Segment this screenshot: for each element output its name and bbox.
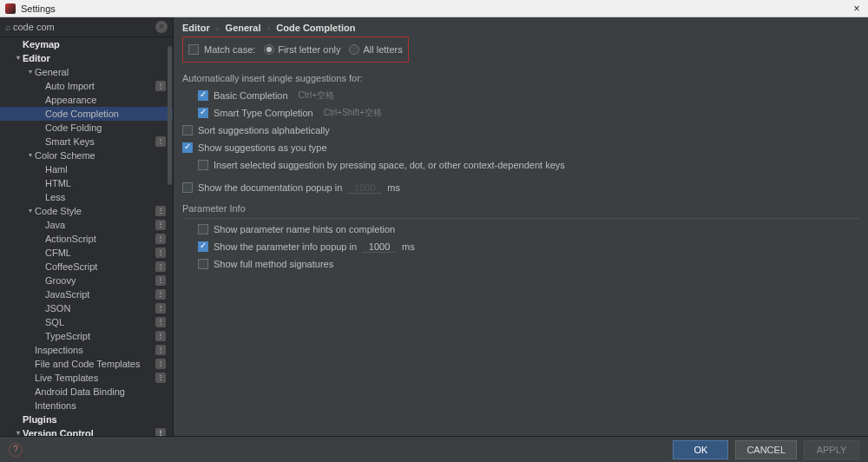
config-scope-icon: ⋮ bbox=[155, 220, 166, 230]
cancel-button[interactable]: CANCEL bbox=[735, 440, 797, 459]
sidebar-item-inspections[interactable]: Inspections⋮ bbox=[0, 343, 173, 357]
sidebar-item-html[interactable]: HTML bbox=[0, 176, 173, 190]
sidebar-item-label: Groovy bbox=[45, 274, 155, 287]
search-icon: ⌕ bbox=[5, 22, 11, 32]
window-titlebar: Settings × bbox=[0, 0, 868, 17]
sidebar-item-label: Editor bbox=[23, 51, 166, 65]
apply-button[interactable]: APPLY bbox=[804, 440, 859, 459]
sidebar-item-actionscript[interactable]: ActionScript⋮ bbox=[0, 232, 173, 246]
config-scope-icon: ⋮ bbox=[155, 261, 166, 272]
doc-popup-input[interactable] bbox=[347, 182, 382, 194]
crumb-code-completion: Code Completion bbox=[276, 23, 355, 33]
chevron-icon: ▾ bbox=[14, 426, 23, 436]
sidebar-item-android-data-binding[interactable]: Android Data Binding bbox=[0, 385, 173, 399]
sidebar-item-appearance[interactable]: Appearance bbox=[0, 93, 173, 107]
tree-scrollbar[interactable] bbox=[168, 46, 172, 185]
crumb-general[interactable]: General bbox=[226, 23, 261, 33]
sidebar-item-label: General bbox=[35, 65, 166, 79]
config-scope-icon: ⋮ bbox=[155, 359, 166, 369]
basic-completion-checkbox[interactable] bbox=[198, 90, 208, 101]
sidebar-item-smart-keys[interactable]: Smart Keys⋮ bbox=[0, 135, 173, 148]
chevron-icon: ▾ bbox=[26, 148, 35, 162]
first-letter-radio[interactable] bbox=[264, 44, 274, 55]
dialog-footer: ? OK CANCEL APPLY bbox=[0, 436, 868, 462]
sidebar-item-plugins[interactable]: Plugins bbox=[0, 412, 173, 426]
show-typing-checkbox[interactable] bbox=[182, 142, 193, 153]
config-scope-icon: ⋮ bbox=[155, 234, 166, 244]
sidebar-item-javascript[interactable]: JavaScript⋮ bbox=[0, 287, 173, 301]
sidebar-item-coffeescript[interactable]: CoffeeScript⋮ bbox=[0, 260, 173, 274]
param-popup-ms: ms bbox=[402, 241, 415, 252]
param-popup-label: Show the parameter info popup in bbox=[214, 241, 357, 252]
window-title: Settings bbox=[21, 3, 851, 14]
sidebar-item-cfml[interactable]: CFML⋮ bbox=[0, 246, 173, 260]
sidebar-item-sql[interactable]: SQL⋮ bbox=[0, 315, 173, 329]
sidebar-item-auto-import[interactable]: Auto Import⋮ bbox=[0, 79, 173, 93]
config-scope-icon: ⋮ bbox=[155, 373, 166, 383]
sidebar-item-code-style[interactable]: ▾Code Style⋮ bbox=[0, 204, 173, 218]
sidebar-item-typescript[interactable]: TypeScript⋮ bbox=[0, 329, 173, 343]
sidebar-item-label: HTML bbox=[45, 176, 166, 190]
match-case-checkbox[interactable] bbox=[188, 44, 199, 55]
sidebar-item-code-folding[interactable]: Code Folding bbox=[0, 121, 173, 135]
sidebar-item-code-completion[interactable]: Code Completion bbox=[0, 107, 173, 121]
sidebar-item-label: JavaScript bbox=[45, 287, 155, 301]
search-wrap: ⌕ × bbox=[0, 17, 173, 37]
match-case-highlight: Match case: First letter only All letter… bbox=[182, 36, 409, 63]
config-scope-icon: ⋮ bbox=[155, 331, 166, 341]
insert-selected-checkbox[interactable] bbox=[198, 160, 208, 170]
sidebar-item-label: Version Control bbox=[23, 426, 155, 436]
crumb-editor[interactable]: Editor bbox=[182, 23, 210, 33]
doc-popup-ms: ms bbox=[387, 182, 400, 193]
insert-selected-label: Insert selected suggestion by pressing s… bbox=[214, 160, 565, 170]
chevron-icon: ▾ bbox=[26, 204, 35, 218]
sidebar-item-label: Inspections bbox=[35, 343, 155, 357]
help-button[interactable]: ? bbox=[9, 443, 23, 457]
chevron-icon: ▾ bbox=[14, 51, 23, 65]
sidebar-item-intentions[interactable]: Intentions bbox=[0, 399, 173, 412]
sidebar-item-label: CoffeeScript bbox=[45, 260, 155, 274]
sidebar-item-color-scheme[interactable]: ▾Color Scheme bbox=[0, 148, 173, 162]
sort-alpha-label: Sort suggestions alphabetically bbox=[198, 125, 330, 135]
settings-tree[interactable]: Keymap▾Editor▾GeneralAuto Import⋮Appeara… bbox=[0, 37, 173, 436]
sidebar-item-file-and-code-templates[interactable]: File and Code Templates⋮ bbox=[0, 357, 173, 371]
sidebar-item-keymap[interactable]: Keymap bbox=[0, 37, 173, 51]
sidebar-item-label: Code Folding bbox=[45, 121, 166, 135]
sidebar-item-editor[interactable]: ▾Editor bbox=[0, 51, 173, 65]
sidebar-item-label: Smart Keys bbox=[45, 135, 155, 148]
sort-alpha-checkbox[interactable] bbox=[182, 125, 193, 135]
param-popup-input[interactable] bbox=[362, 241, 397, 253]
sidebar-item-label: Auto Import bbox=[45, 79, 155, 93]
config-scope-icon: ⋮ bbox=[155, 136, 166, 147]
search-input[interactable] bbox=[13, 22, 155, 32]
sidebar-item-label: TypeScript bbox=[45, 329, 155, 343]
config-scope-icon: ⋮ bbox=[155, 428, 166, 436]
param-popup-checkbox[interactable] bbox=[198, 241, 208, 252]
all-letters-label: All letters bbox=[363, 44, 402, 55]
config-scope-icon: ⋮ bbox=[155, 248, 166, 258]
basic-completion-label: Basic Completion bbox=[214, 90, 288, 101]
sidebar-item-java[interactable]: Java⋮ bbox=[0, 218, 173, 232]
full-sig-checkbox[interactable] bbox=[198, 259, 208, 269]
config-scope-icon: ⋮ bbox=[155, 303, 166, 314]
sidebar-item-haml[interactable]: Haml bbox=[0, 162, 173, 176]
config-scope-icon: ⋮ bbox=[155, 317, 166, 327]
sidebar-item-version-control[interactable]: ▾Version Control⋮ bbox=[0, 426, 173, 436]
param-hints-checkbox[interactable] bbox=[198, 224, 208, 234]
clear-search-button[interactable]: × bbox=[155, 21, 168, 33]
sidebar-item-label: SQL bbox=[45, 315, 155, 329]
sidebar-item-less[interactable]: Less bbox=[0, 190, 173, 204]
basic-completion-shortcut: Ctrl+空格 bbox=[299, 89, 334, 102]
config-scope-icon: ⋮ bbox=[155, 289, 166, 300]
first-letter-label: First letter only bbox=[278, 44, 340, 55]
doc-popup-checkbox[interactable] bbox=[182, 182, 193, 193]
all-letters-radio[interactable] bbox=[349, 44, 359, 55]
sidebar-item-groovy[interactable]: Groovy⋮ bbox=[0, 274, 173, 287]
ok-button[interactable]: OK bbox=[673, 440, 728, 459]
sidebar-item-live-templates[interactable]: Live Templates⋮ bbox=[0, 371, 173, 385]
smart-type-label: Smart Type Completion bbox=[214, 108, 313, 118]
smart-type-checkbox[interactable] bbox=[198, 108, 208, 118]
sidebar-item-json[interactable]: JSON⋮ bbox=[0, 301, 173, 315]
window-close-button[interactable]: × bbox=[851, 3, 863, 15]
sidebar-item-general[interactable]: ▾General bbox=[0, 65, 173, 79]
